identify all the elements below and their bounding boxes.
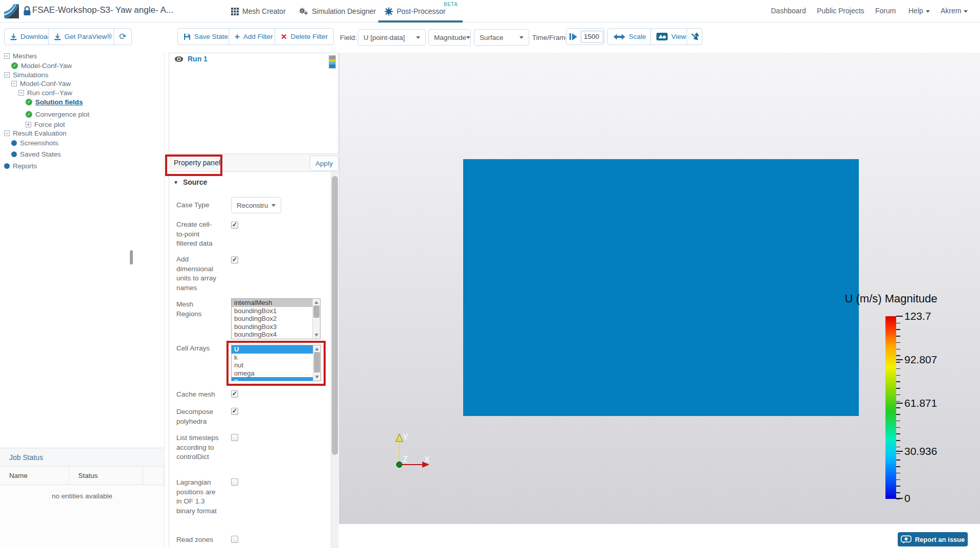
job-status-title: Job Status [0,448,164,467]
tab-simulation-designer[interactable]: Simulation Designer [299,0,376,23]
scroll-down-icon[interactable] [315,376,319,379]
collapse-icon[interactable] [4,130,10,136]
chevron-down-icon [271,204,276,207]
list-option[interactable]: internalMesh [232,299,320,307]
list-option[interactable]: p [232,377,321,381]
nav-public-projects[interactable]: Public Projects [817,7,864,15]
list-option[interactable]: omega [232,369,321,378]
view-button[interactable]: View [650,28,692,45]
lagrangian-positions-checkbox[interactable] [231,478,238,486]
panel-resize-handle[interactable] [130,250,133,265]
job-status-header-row: Name Status [0,467,164,485]
list-option[interactable]: k [232,354,321,362]
app-logo-icon[interactable] [4,4,19,19]
tree-item-convergence-plot[interactable]: Convergence plot [26,111,89,118]
chevron-down-icon [519,36,523,39]
case-type-select[interactable]: Reconstru [231,197,281,213]
diagonal-arrows-icon [691,33,699,41]
tree-item-result-evaluation[interactable]: Result Evaluation [4,129,66,137]
project-title[interactable]: FSAE-Workshop-S3- Yaw angle- A... [32,5,173,15]
report-issue-button[interactable]: Report an issue [898,532,968,546]
gears-icon [299,7,308,15]
tree-item-screenshots[interactable]: Screenshots [11,139,58,147]
cache-mesh-checkbox[interactable] [231,390,238,398]
nav-forum[interactable]: Forum [875,7,896,15]
cache-mesh-label: Cache mesh [176,390,219,400]
scroll-down-icon[interactable] [314,334,318,337]
section-collapse-icon: ▼ [173,180,178,185]
scrollbar-thumb[interactable] [313,305,320,318]
step-forward-icon[interactable] [569,33,577,40]
property-panel-title: Property panel [174,159,220,167]
create-cell-to-point-label: Create cell-to-point filtered data [176,220,219,249]
tree-item-run-conf-yaw[interactable]: Run conf--Yaw [18,89,72,97]
collapse-icon[interactable] [18,90,24,96]
scale-button[interactable]: Scale [607,28,652,45]
listbox-scrollbar[interactable] [313,345,321,381]
horizontal-arrows-icon [613,34,625,40]
collapse-icon[interactable] [11,81,17,86]
nav-help-menu[interactable]: Help [908,7,930,15]
dot-icon [11,151,17,157]
add-filter-button[interactable]: + Add Filter [229,28,279,45]
tree-item-saved-states[interactable]: Saved States [11,150,61,158]
fit-view-button[interactable] [687,28,702,45]
visibility-eye-icon[interactable] [174,56,184,62]
read-zones-checkbox[interactable] [231,536,238,543]
apply-button[interactable]: Apply [310,156,338,171]
simscale-post-processor: FSAE-Workshop-S3- Yaw angle- A... Mesh C… [0,0,980,548]
list-option[interactable]: boundingBox1 [232,307,320,315]
refresh-button[interactable]: ⟳ [113,28,132,45]
save-state-button[interactable]: Save State [177,28,234,45]
list-option[interactable]: U [232,345,321,354]
get-paraview-button[interactable]: Get ParaView® [48,28,118,45]
burst-icon [384,7,393,16]
mesh-regions-listbox[interactable]: internalMesh boundingBox1 boundingBox2 b… [231,298,321,339]
add-dimensional-units-checkbox[interactable] [231,256,238,264]
delete-filter-button[interactable]: ✕ Delete Filter [275,28,334,45]
nav-user-menu[interactable]: Akrem [941,7,968,15]
tree-item-meshes[interactable]: Meshes [4,52,37,60]
nav-dashboard[interactable]: Dashboard [771,7,806,15]
tree-item-reports[interactable]: Reports [4,162,37,170]
beta-badge: BETA [444,2,458,7]
time-frame-input[interactable] [581,31,603,43]
scroll-up-icon[interactable] [315,347,319,350]
tree-item-force-plot[interactable]: Force plot [26,121,65,128]
collapse-icon[interactable] [4,72,10,78]
collapse-icon[interactable] [4,53,10,59]
create-cell-to-point-checkbox[interactable] [231,222,238,229]
colormap-preview-icon[interactable] [329,55,336,69]
list-option[interactable]: boundingBox4 [232,331,320,339]
scroll-up-icon[interactable] [314,301,318,304]
job-status-empty-text: no entities available [0,492,164,500]
job-status-panel: Job Status Name Status no entities avail… [0,448,164,548]
list-option[interactable]: boundingBox2 [232,315,320,323]
top-header: FSAE-Workshop-S3- Yaw angle- A... Mesh C… [0,0,980,23]
tree-item-sim-model-conf-yaw[interactable]: Model-Conf-Yaw [11,80,71,87]
legend-tick: 30.936 [904,445,937,457]
list-option[interactable]: boundingBox3 [232,323,320,331]
list-timesteps-checkbox[interactable] [231,434,238,441]
tab-mesh-creator[interactable]: Mesh Creator [231,0,286,23]
pipeline-run-item[interactable]: Run 1 [174,55,208,63]
listbox-scrollbar[interactable] [312,299,320,339]
field-select[interactable]: U [point-data] [358,29,426,46]
tree-item-solution-fields[interactable]: Solution fields [26,98,83,106]
axis-label-x: X [424,455,430,464]
scrollbar-thumb[interactable] [332,176,338,455]
surface-visualization[interactable] [463,159,859,416]
tab-post-processor[interactable]: Post-Processor [384,0,446,23]
expand-icon[interactable] [26,122,31,127]
list-option[interactable]: nut [232,361,321,369]
tree-item-mesh-model-conf-yaw[interactable]: Model-Conf-Yaw [11,62,72,70]
lagrangian-positions-label: Lagrangian positions are in OF 1.3 binar… [176,478,219,516]
representation-select[interactable]: Surface [474,29,529,46]
decompose-polyhedra-checkbox[interactable] [231,408,238,415]
orientation-axes-widget: Y X Z [383,426,440,470]
tree-item-simulations[interactable]: Simulations [4,71,49,79]
scrollbar-thumb[interactable] [314,352,320,372]
source-section-header[interactable]: ▼ Source [173,178,207,186]
component-select[interactable]: Magnitude [428,29,471,46]
cell-arrays-listbox[interactable]: U k nut omega p [231,345,321,381]
